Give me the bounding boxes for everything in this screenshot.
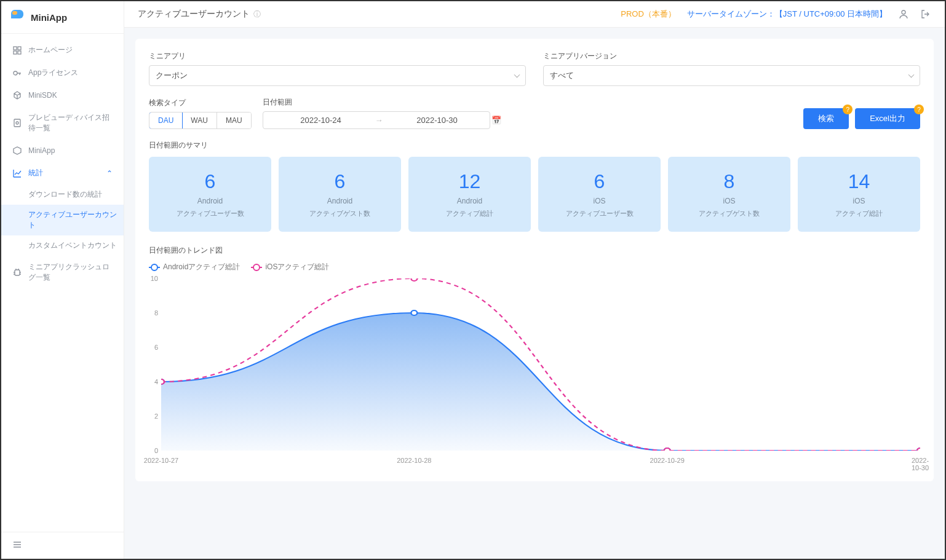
sidebar-item-stats[interactable]: 統計 ⌃ <box>1 162 124 184</box>
miniapp-label: ミニアプリ <box>149 51 526 61</box>
date-range-picker[interactable]: → 📅 <box>263 111 490 129</box>
miniapp-select[interactable]: クーポン <box>149 65 526 86</box>
svg-point-13 <box>161 379 164 384</box>
sidebar-sub-custom-events[interactable]: カスタムイベントカウント <box>1 235 124 256</box>
svg-rect-7 <box>15 270 20 275</box>
chart-legend: Androidアクティブ総計 iOSアクティブ総計 <box>149 262 920 272</box>
search-type-segment: DAU WAU MAU <box>149 112 252 129</box>
sidebar-collapse-button[interactable] <box>1 532 124 559</box>
svg-point-16 <box>917 448 920 451</box>
stat-card-android-users: 6 Android アクティブユーザー数 <box>149 157 271 232</box>
svg-rect-2 <box>14 51 17 54</box>
sidebar-item-label: ミニアプリクラッシュログ一覧 <box>28 262 113 283</box>
app-name: MiniApp <box>31 12 67 23</box>
bug-icon <box>12 267 22 277</box>
info-icon[interactable]: ⓘ <box>253 9 261 20</box>
env-badge: PROD（本番） <box>621 9 676 20</box>
logo-icon <box>11 10 26 25</box>
arrow-right-icon: → <box>375 116 383 125</box>
date-to-input[interactable] <box>386 116 489 125</box>
sidebar-sub-downloads[interactable]: ダウンロード数の統計 <box>1 184 124 205</box>
date-from-input[interactable] <box>269 116 373 125</box>
trend-label: 日付範囲のトレンド図 <box>149 245 920 256</box>
seg-dau[interactable]: DAU <box>149 112 183 129</box>
sidebar-item-label: Appライセンス <box>28 68 78 78</box>
version-select[interactable]: すべて <box>543 65 920 86</box>
user-icon[interactable] <box>898 9 909 20</box>
plot-area <box>161 278 920 451</box>
stat-card-ios-total: 14 iOS アクティブ総計 <box>798 157 920 232</box>
excel-export-button[interactable]: Excel出力 ? <box>855 108 920 129</box>
seg-mau[interactable]: MAU <box>217 112 251 128</box>
sidebar-item-label: プレビューディバイス招待一覧 <box>28 112 113 133</box>
sidebar-item-preview[interactable]: プレビューディバイス招待一覧 <box>1 106 124 140</box>
key-icon <box>12 68 22 78</box>
content: ミニアプリ クーポン ミニアプリバージョン すべて 検索タイプ DAU WAU <box>124 28 945 559</box>
search-button[interactable]: 検索 ? <box>803 108 849 129</box>
page-title: アクティブユーザーカウント ⓘ <box>138 9 261 20</box>
menu-icon <box>12 540 22 550</box>
sidebar-item-crashlog[interactable]: ミニアプリクラッシュログ一覧 <box>1 256 124 289</box>
timezone-label: サーバータイムゾーン：【JST / UTC+09:00 日本時間】 <box>687 9 887 20</box>
nav: ホームページ Appライセンス MiniSDK プレビューディバイス招待一覧 M… <box>1 34 124 532</box>
sidebar-sub-active-users[interactable]: アクティブユーザーカウント <box>1 205 124 235</box>
sidebar-item-miniapp[interactable]: MiniApp <box>1 140 124 162</box>
stat-card-android-guests: 6 Android アクティブゲスト数 <box>279 157 401 232</box>
summary-row: 6 Android アクティブユーザー数 6 Android アクティブゲスト数… <box>149 157 920 232</box>
svg-point-4 <box>14 71 17 75</box>
svg-rect-1 <box>18 47 21 50</box>
sidebar-item-license[interactable]: Appライセンス <box>1 61 124 84</box>
legend-swatch-android <box>149 267 160 268</box>
summary-label: 日付範囲のサマリ <box>149 140 920 151</box>
svg-point-15 <box>664 448 670 451</box>
sidebar-item-home[interactable]: ホームページ <box>1 39 124 61</box>
chevron-up-icon: ⌃ <box>106 169 113 178</box>
sidebar-item-label: ホームページ <box>28 45 73 55</box>
legend-swatch-ios <box>251 267 262 268</box>
calendar-icon: 📅 <box>491 116 501 125</box>
seg-wau[interactable]: WAU <box>182 112 217 128</box>
svg-point-8 <box>902 10 905 14</box>
box-icon <box>12 146 22 156</box>
x-axis: 2022-10-272022-10-282022-10-292022-10-30 <box>161 457 920 469</box>
date-range-label: 日付範囲 <box>263 97 490 108</box>
sidebar-item-label: 統計 <box>28 168 43 178</box>
excel-badge: ? <box>914 105 924 114</box>
logo[interactable]: MiniApp <box>1 1 124 34</box>
chart: 0246810 2022-10-272022-10-282022-10-2920… <box>161 278 920 469</box>
search-type-label: 検索タイプ <box>149 98 252 108</box>
cube-icon <box>12 90 22 100</box>
svg-point-10 <box>411 310 417 315</box>
topbar: アクティブユーザーカウント ⓘ PROD（本番） サーバータイムゾーン：【JST… <box>124 1 945 28</box>
sidebar-item-minisdk[interactable]: MiniSDK <box>1 84 124 106</box>
svg-point-6 <box>16 122 18 124</box>
y-axis: 0246810 <box>149 278 158 451</box>
sidebar-item-label: MiniApp <box>28 146 55 155</box>
sidebar-item-label: MiniSDK <box>28 91 57 100</box>
version-label: ミニアプリバージョン <box>543 51 920 61</box>
svg-rect-3 <box>18 51 21 54</box>
stat-card-android-total: 12 Android アクティブ総計 <box>408 157 531 232</box>
main: アクティブユーザーカウント ⓘ PROD（本番） サーバータイムゾーン：【JST… <box>124 1 945 559</box>
svg-rect-5 <box>14 119 20 127</box>
filter-card: ミニアプリ クーポン ミニアプリバージョン すべて 検索タイプ DAU WAU <box>135 39 934 481</box>
svg-rect-0 <box>14 47 17 50</box>
sidebar: MiniApp ホームページ Appライセンス MiniSDK プレビューディバ… <box>1 1 124 559</box>
legend-android[interactable]: Androidアクティブ総計 <box>149 262 240 272</box>
stat-card-ios-guests: 8 iOS アクティブゲスト数 <box>668 157 790 232</box>
home-icon <box>12 45 22 55</box>
device-icon <box>12 118 22 128</box>
legend-ios[interactable]: iOSアクティブ総計 <box>251 262 329 272</box>
stat-card-ios-users: 6 iOS アクティブユーザー数 <box>538 157 661 232</box>
logout-icon[interactable] <box>920 9 931 20</box>
search-badge: ? <box>843 105 853 114</box>
svg-point-14 <box>411 278 417 281</box>
chart-icon <box>12 168 22 178</box>
